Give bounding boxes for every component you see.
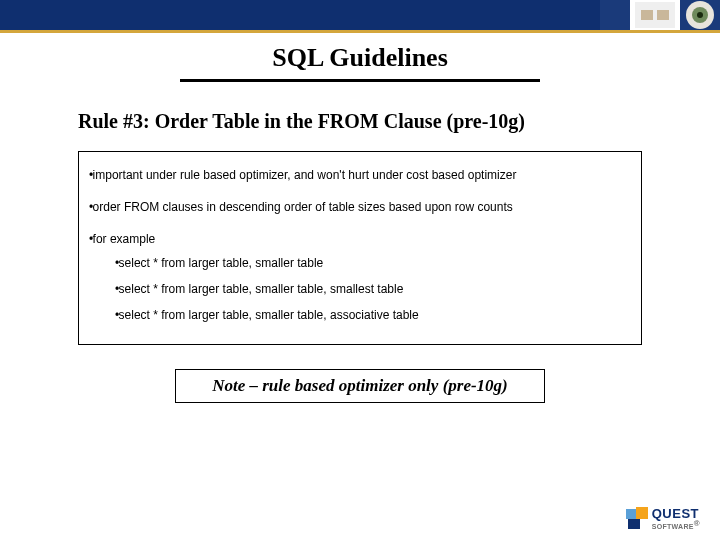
registered-mark: ® [694,519,700,528]
hands-icon [635,2,675,28]
footer-logo: QUEST SOFTWARE® [626,507,700,530]
header-art-block [600,0,630,30]
sub-bullet-item: select * from larger table, smaller tabl… [115,256,631,270]
header-art-photo [630,0,680,30]
logo-mark-icon [626,507,648,529]
bullet-item: for example [89,232,631,246]
note-box: Note – rule based optimizer only (pre-10… [175,369,545,403]
bullet-item: order FROM clauses in descending order o… [89,200,631,214]
note-text: Note – rule based optimizer only (pre-10… [212,376,508,395]
title-underline [180,79,540,82]
bullet-item: important under rule based optimizer, an… [89,168,631,182]
svg-rect-1 [641,10,653,20]
bullet-text: select * from larger table, smaller tabl… [119,308,419,322]
sub-bullet-item: select * from larger table, smaller tabl… [115,308,631,322]
header-bar [0,0,720,30]
logo-brand: QUEST [652,506,699,521]
sub-bullet-item: select * from larger table, smaller tabl… [115,282,631,296]
bullet-text: important under rule based optimizer, an… [93,168,517,182]
rule-heading: Rule #3: Order Table in the FROM Clause … [78,110,720,133]
svg-rect-2 [657,10,669,20]
eye-icon [680,0,720,30]
bullet-text: order FROM clauses in descending order o… [93,200,513,214]
logo-text: QUEST SOFTWARE® [652,507,700,530]
header-art [600,0,720,30]
svg-point-5 [697,12,703,18]
bullet-text: select * from larger table, smaller tabl… [119,282,404,296]
header-accent-line [0,30,720,33]
slide-title: SQL Guidelines [0,43,720,73]
content-box: important under rule based optimizer, an… [78,151,642,345]
bullet-text: for example [93,232,156,246]
logo-subbrand: SOFTWARE [652,523,694,530]
bullet-text: select * from larger table, smaller tabl… [119,256,324,270]
header-art-eye [680,0,720,30]
